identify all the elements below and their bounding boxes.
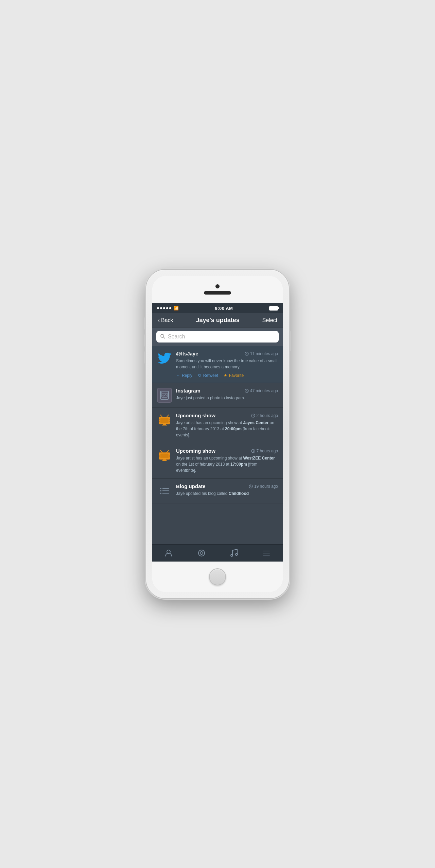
svg-point-20 bbox=[169, 419, 170, 420]
retweet-label: Retweet bbox=[203, 373, 218, 378]
status-bar: 📶 9:00 AM bbox=[152, 303, 283, 313]
svg-point-40 bbox=[160, 490, 161, 491]
svg-point-19 bbox=[159, 421, 160, 422]
reply-button[interactable]: ← Reply bbox=[176, 373, 192, 378]
svg-rect-6 bbox=[162, 393, 167, 397]
clock-icon bbox=[249, 484, 253, 488]
retweet-icon: ↻ bbox=[198, 373, 202, 378]
top-bezel bbox=[152, 276, 283, 303]
instagram-text: Jaye just posted a photo to instagram. bbox=[176, 395, 278, 401]
screen: 📶 9:00 AM ‹ Back Jaye's updates Select bbox=[152, 303, 283, 562]
svg-point-49 bbox=[200, 552, 203, 554]
show2-text: Jaye artist has an upcoming show at West… bbox=[176, 455, 278, 473]
show2-time: 7 hours ago bbox=[251, 449, 278, 453]
back-button[interactable]: ‹ Back bbox=[158, 317, 173, 324]
favorite-button[interactable]: ★ Favorite bbox=[224, 373, 244, 378]
show1-icon bbox=[157, 413, 172, 428]
battery-area bbox=[269, 306, 278, 311]
show1-content: Upcoming show 2 hours ago Jaye artist bbox=[176, 413, 278, 438]
clock-icon bbox=[251, 414, 255, 418]
svg-point-21 bbox=[169, 421, 170, 422]
home-button[interactable] bbox=[209, 568, 226, 585]
select-button[interactable]: Select bbox=[262, 317, 277, 323]
tab-profile[interactable] bbox=[164, 549, 173, 557]
svg-point-31 bbox=[159, 455, 160, 455]
svg-point-18 bbox=[159, 419, 160, 420]
status-time: 9:00 AM bbox=[215, 306, 233, 311]
svg-point-34 bbox=[169, 456, 170, 457]
instagram-time: 47 minutes ago bbox=[245, 388, 278, 393]
battery-icon bbox=[269, 306, 278, 311]
svg-point-8 bbox=[163, 396, 163, 397]
feed-header: Blog update 19 hours ago bbox=[176, 483, 278, 489]
tab-music[interactable] bbox=[230, 549, 238, 557]
signal-dot-5 bbox=[169, 307, 171, 309]
svg-rect-15 bbox=[162, 425, 167, 425]
twitter-time: 11 minutes ago bbox=[245, 351, 278, 356]
show1-name: Upcoming show bbox=[176, 413, 215, 418]
back-label: Back bbox=[161, 317, 173, 323]
refresh-icon bbox=[197, 549, 206, 557]
svg-line-1 bbox=[163, 337, 165, 338]
wifi-icon: 📶 bbox=[174, 306, 179, 311]
list-item[interactable]: Upcoming show 7 hours ago Jaye artist bbox=[152, 443, 283, 479]
tab-refresh[interactable] bbox=[197, 549, 206, 557]
twitter-username: @ItsJaye bbox=[176, 351, 198, 356]
search-bar[interactable]: Search bbox=[156, 331, 279, 343]
show2-name: Upcoming show bbox=[176, 448, 215, 454]
svg-line-24 bbox=[253, 416, 254, 416]
svg-line-11 bbox=[247, 391, 247, 391]
instagram-content: Instagram 47 minutes ago Jaye just pos bbox=[176, 388, 278, 401]
show2-icon bbox=[157, 448, 172, 463]
music-icon bbox=[230, 549, 238, 557]
camera bbox=[215, 284, 220, 288]
show2-content: Upcoming show 7 hours ago Jaye artist bbox=[176, 448, 278, 473]
favorite-icon: ★ bbox=[224, 373, 227, 378]
svg-point-33 bbox=[169, 455, 170, 455]
navigation-bar: ‹ Back Jaye's updates Select bbox=[152, 313, 283, 328]
feed-header: Instagram 47 minutes ago bbox=[176, 388, 278, 394]
svg-point-38 bbox=[160, 488, 161, 489]
svg-line-30 bbox=[167, 450, 169, 452]
signal-dot-2 bbox=[160, 307, 162, 309]
person-icon bbox=[164, 549, 173, 557]
back-chevron-icon: ‹ bbox=[158, 317, 160, 324]
svg-line-37 bbox=[253, 451, 254, 451]
svg-line-4 bbox=[247, 354, 247, 354]
tab-bar bbox=[152, 544, 283, 562]
svg-rect-26 bbox=[160, 453, 169, 458]
twitter-content: @ItsJaye 11 minutes ago Sometimes you bbox=[176, 351, 278, 378]
signal-dot-3 bbox=[163, 307, 165, 309]
list-item[interactable]: Instagram 47 minutes ago Jaye just pos bbox=[152, 383, 283, 408]
blog-time: 19 hours ago bbox=[249, 484, 278, 489]
svg-point-32 bbox=[159, 456, 160, 457]
list-icon bbox=[262, 549, 271, 557]
phone-frame: 📶 9:00 AM ‹ Back Jaye's updates Select bbox=[146, 270, 289, 598]
tab-menu[interactable] bbox=[262, 549, 271, 557]
twitter-text: Sometimes you will never know the true v… bbox=[176, 358, 278, 370]
reply-icon: ← bbox=[176, 373, 180, 378]
feed-header: @ItsJaye 11 minutes ago bbox=[176, 351, 278, 356]
phone-inner: 📶 9:00 AM ‹ Back Jaye's updates Select bbox=[152, 276, 283, 592]
clock-icon bbox=[245, 352, 249, 356]
blog-content: Blog update 19 hours ago Jaye updated bbox=[176, 483, 278, 497]
retweet-button[interactable]: ↻ Retweet bbox=[198, 373, 218, 378]
reply-label: Reply bbox=[182, 373, 192, 378]
list-item[interactable]: Upcoming show 2 hours ago Jaye artist bbox=[152, 408, 283, 443]
instagram-icon bbox=[157, 388, 172, 403]
clock-icon bbox=[245, 389, 249, 393]
svg-line-29 bbox=[160, 450, 162, 452]
svg-line-17 bbox=[167, 415, 169, 417]
list-item[interactable]: Blog update 19 hours ago Jaye updated bbox=[152, 479, 283, 503]
feed-header: Upcoming show 2 hours ago bbox=[176, 413, 278, 418]
svg-line-46 bbox=[251, 486, 251, 487]
signal-area: 📶 bbox=[157, 306, 179, 311]
blog-icon bbox=[157, 483, 172, 498]
search-icon bbox=[160, 334, 165, 340]
feed-list: @ItsJaye 11 minutes ago Sometimes you bbox=[152, 346, 283, 544]
favorite-label: Favorite bbox=[229, 373, 244, 378]
show1-time: 2 hours ago bbox=[251, 413, 278, 418]
list-item[interactable]: @ItsJaye 11 minutes ago Sometimes you bbox=[152, 346, 283, 383]
twitter-icon bbox=[157, 351, 172, 366]
twitter-actions: ← Reply ↻ Retweet ★ Favorite bbox=[176, 373, 278, 378]
